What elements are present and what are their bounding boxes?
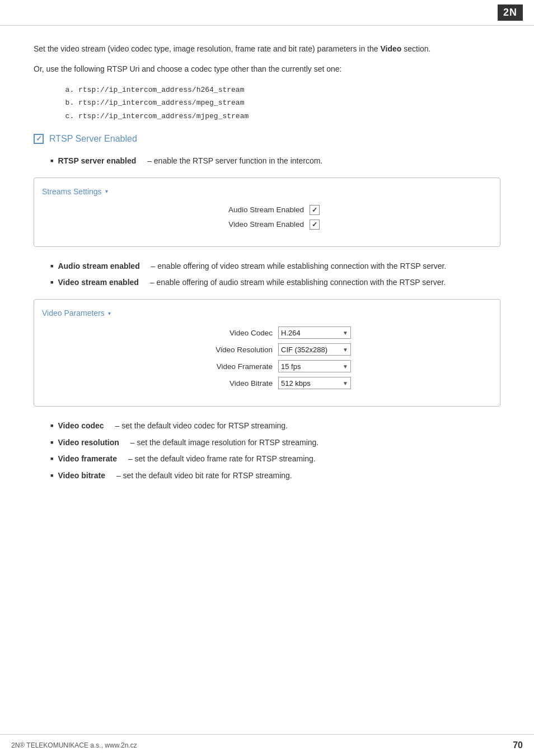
bullet-audio-text: – enable offering of video stream while … xyxy=(151,260,447,273)
video-bitrate-value: 512 kbps xyxy=(281,379,311,388)
video-stream-row: Video Stream Enabled xyxy=(45,220,489,230)
logo: 2N xyxy=(498,4,523,21)
video-codec-select[interactable]: H.264 ▼ xyxy=(278,326,351,339)
video-bullet-list: Video codec – set the default video code… xyxy=(50,420,500,482)
streams-chevron-icon: ▾ xyxy=(105,188,108,194)
bullet-rtsp-bold: RTSP server enabled xyxy=(58,155,136,167)
video-codec-label: Video Codec xyxy=(183,329,273,337)
bullet-audio-bold: Audio stream enabled xyxy=(58,260,139,273)
bullet-vbr-text: – set the default video bit rate for RTS… xyxy=(116,470,292,482)
video-codec-value: H.264 xyxy=(281,329,301,337)
bold-video: Video xyxy=(380,44,401,53)
rtsp-links-list: rtsp://ip_intercom_address/h264_stream r… xyxy=(78,83,500,123)
streams-panel-header[interactable]: Streams Settings ▾ xyxy=(34,184,500,202)
video-codec-row: Video Codec H.264 ▼ xyxy=(45,326,489,339)
video-bitrate-arrow-icon: ▼ xyxy=(343,380,348,386)
top-bar: 2N xyxy=(0,0,534,26)
rtsp-link-3: rtsp://ip_intercom_address/mjpeg_stream xyxy=(78,110,500,123)
bullet-vfps-text: – set the default video frame rate for R… xyxy=(128,453,316,465)
bullet-rtsp-server: RTSP server enabled – enable the RTSP se… xyxy=(50,155,500,167)
bullet-video-framerate: Video framerate – set the default video … xyxy=(50,453,500,465)
bullet-video-bitrate: Video bitrate – set the default video bi… xyxy=(50,470,500,482)
bullet-video-resolution: Video resolution – set the default image… xyxy=(50,437,500,449)
rtsp-server-checkbox[interactable] xyxy=(34,134,44,144)
content-area: Set the video stream (video codec type, … xyxy=(0,26,534,535)
video-bitrate-label: Video Bitrate xyxy=(183,379,273,388)
streams-bullet-list: Audio stream enabled – enable offering o… xyxy=(50,260,500,289)
video-parameters-panel: Video Parameters ▾ Video Codec H.264 ▼ V… xyxy=(34,299,500,407)
video-codec-arrow-icon: ▼ xyxy=(343,330,348,336)
bullet-audio-stream: Audio stream enabled – enable offering o… xyxy=(50,260,500,273)
audio-stream-checkbox[interactable] xyxy=(310,205,320,215)
intro-paragraph-1: Set the video stream (video codec type, … xyxy=(34,43,500,55)
footer: 2N® TELEKOMUNIKACE a.s., www.2n.cz 70 xyxy=(0,734,534,756)
video-framerate-arrow-icon: ▼ xyxy=(343,363,348,370)
video-resolution-row: Video Resolution CIF (352x288) ▼ xyxy=(45,343,489,356)
bullet-vres-bold: Video resolution xyxy=(58,437,119,449)
bullet-rtsp-text: – enable the RTSP server function in the… xyxy=(147,155,322,167)
page-container: 2N Set the video stream (video codec typ… xyxy=(0,0,534,756)
video-panel-header[interactable]: Video Parameters ▾ xyxy=(34,305,500,323)
bullet-video-text: – enable offering of audio stream while … xyxy=(150,277,446,289)
video-stream-label: Video Stream Enabled xyxy=(214,220,304,228)
video-framerate-row: Video Framerate 15 fps ▼ xyxy=(45,360,489,372)
video-panel-body: Video Codec H.264 ▼ Video Resolution CIF… xyxy=(34,323,500,397)
rtsp-server-label: RTSP Server Enabled xyxy=(49,134,137,144)
video-stream-checkbox[interactable] xyxy=(310,220,320,230)
video-bitrate-select[interactable]: 512 kbps ▼ xyxy=(278,377,351,389)
rtsp-server-enabled-row[interactable]: RTSP Server Enabled xyxy=(34,134,500,144)
bullet-vfps-bold: Video framerate xyxy=(58,453,117,465)
video-resolution-label: Video Resolution xyxy=(183,346,273,354)
rtsp-bullet-list: RTSP server enabled – enable the RTSP se… xyxy=(50,155,500,167)
footer-page: 70 xyxy=(513,740,523,750)
video-framerate-value: 15 fps xyxy=(281,362,301,371)
streams-settings-panel: Streams Settings ▾ Audio Stream Enabled … xyxy=(34,178,500,247)
video-framerate-label: Video Framerate xyxy=(183,362,273,371)
video-resolution-arrow-icon: ▼ xyxy=(343,347,348,353)
rtsp-link-1: rtsp://ip_intercom_address/h264_stream xyxy=(78,83,500,96)
bullet-video-stream: Video stream enabled – enable offering o… xyxy=(50,277,500,289)
bullet-video-codec: Video codec – set the default video code… xyxy=(50,420,500,432)
audio-stream-label: Audio Stream Enabled xyxy=(214,206,304,214)
video-framerate-select[interactable]: 15 fps ▼ xyxy=(278,360,351,372)
video-chevron-icon: ▾ xyxy=(108,310,111,316)
streams-panel-body: Audio Stream Enabled Video Stream Enable… xyxy=(34,202,500,237)
video-bitrate-row: Video Bitrate 512 kbps ▼ xyxy=(45,377,489,389)
video-panel-title: Video Parameters xyxy=(42,309,105,318)
streams-panel-title: Streams Settings xyxy=(42,187,102,196)
intro-paragraph-2: Or, use the following RTSP Uri and choos… xyxy=(34,63,500,75)
bullet-video-bold: Video stream enabled xyxy=(58,277,138,289)
footer-left: 2N® TELEKOMUNIKACE a.s., www.2n.cz xyxy=(11,741,137,749)
bullet-vcodec-text: – set the default video codec for RTSP s… xyxy=(115,420,288,432)
rtsp-link-2: rtsp://ip_intercom_address/mpeg_stream xyxy=(78,96,500,109)
bullet-vres-text: – set the default image resolution for R… xyxy=(130,437,318,449)
audio-stream-row: Audio Stream Enabled xyxy=(45,205,489,215)
video-resolution-select[interactable]: CIF (352x288) ▼ xyxy=(278,343,351,356)
video-resolution-value: CIF (352x288) xyxy=(281,346,327,354)
bullet-vcodec-bold: Video codec xyxy=(58,420,104,432)
bullet-vbr-bold: Video bitrate xyxy=(58,470,105,482)
